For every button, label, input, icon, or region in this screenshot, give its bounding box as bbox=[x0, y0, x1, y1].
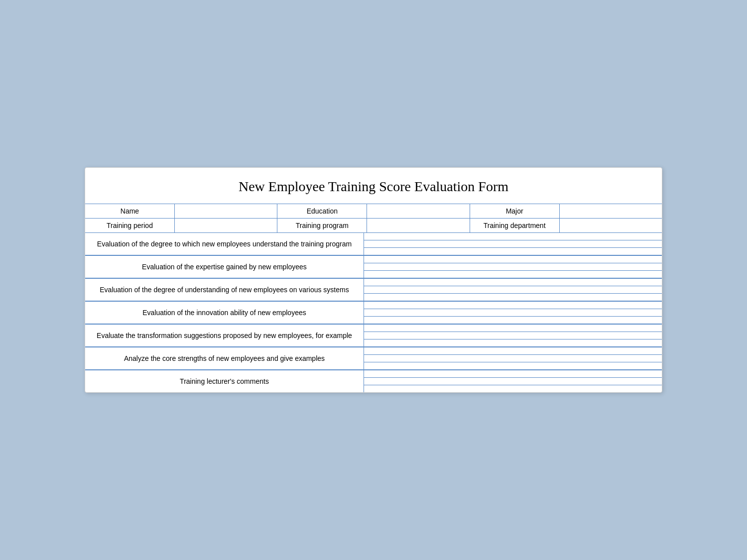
table-row[interactable] bbox=[364, 332, 662, 339]
training-period-label: Training period bbox=[85, 219, 175, 232]
section-lines-3 bbox=[364, 279, 662, 301]
section-row-7: Training lecturer's comments bbox=[85, 370, 662, 392]
section-label-6: Analyze the core strengths of new employ… bbox=[85, 347, 364, 369]
table-row[interactable] bbox=[364, 263, 662, 271]
header-row-2: Training period Training program Trainin… bbox=[85, 219, 662, 233]
form-title: New Employee Training Score Evaluation F… bbox=[85, 168, 662, 204]
table-row[interactable] bbox=[364, 385, 662, 392]
education-value[interactable] bbox=[367, 204, 470, 218]
training-dept-value[interactable] bbox=[560, 219, 662, 232]
form-container: New Employee Training Score Evaluation F… bbox=[85, 167, 662, 393]
table-row[interactable] bbox=[364, 248, 662, 255]
section-label-3: Evaluation of the degree of understandin… bbox=[85, 279, 364, 301]
table-row[interactable] bbox=[364, 240, 662, 248]
table-row[interactable] bbox=[364, 339, 662, 346]
name-value[interactable] bbox=[175, 204, 277, 218]
table-row[interactable] bbox=[364, 256, 662, 263]
table-row[interactable] bbox=[364, 233, 662, 240]
table-row[interactable] bbox=[364, 362, 662, 369]
major-label: Major bbox=[470, 204, 560, 218]
sections-container: Evaluation of the degree to which new em… bbox=[85, 233, 662, 392]
section-label-7: Training lecturer's comments bbox=[85, 370, 364, 392]
table-row[interactable] bbox=[364, 370, 662, 378]
section-lines-1 bbox=[364, 233, 662, 255]
table-row[interactable] bbox=[364, 294, 662, 301]
section-row-2: Evaluation of the expertise gained by ne… bbox=[85, 256, 662, 279]
major-value[interactable] bbox=[560, 204, 662, 218]
section-lines-4 bbox=[364, 302, 662, 324]
section-row-6: Analyze the core strengths of new employ… bbox=[85, 347, 662, 370]
section-row-3: Evaluation of the degree of understandin… bbox=[85, 279, 662, 302]
section-lines-2 bbox=[364, 256, 662, 278]
section-row-5: Evaluate the transformation suggestions … bbox=[85, 325, 662, 347]
section-label-5: Evaluate the transformation suggestions … bbox=[85, 325, 364, 346]
header-row-1: Name Education Major bbox=[85, 204, 662, 219]
training-program-label: Training program bbox=[277, 219, 367, 232]
table-row[interactable] bbox=[364, 317, 662, 324]
section-label-4: Evaluation of the innovation ability of … bbox=[85, 302, 364, 324]
table-row[interactable] bbox=[364, 309, 662, 317]
name-label: Name bbox=[85, 204, 175, 218]
section-lines-7 bbox=[364, 370, 662, 392]
table-row[interactable] bbox=[364, 347, 662, 355]
section-label-1: Evaluation of the degree to which new em… bbox=[85, 233, 364, 255]
section-row-1: Evaluation of the degree to which new em… bbox=[85, 233, 662, 256]
table-row[interactable] bbox=[364, 302, 662, 309]
table-row[interactable] bbox=[364, 279, 662, 286]
table-row[interactable] bbox=[364, 286, 662, 294]
table-row[interactable] bbox=[364, 355, 662, 362]
section-label-2: Evaluation of the expertise gained by ne… bbox=[85, 256, 364, 278]
education-label: Education bbox=[277, 204, 367, 218]
table-row[interactable] bbox=[364, 378, 662, 385]
training-period-value[interactable] bbox=[175, 219, 277, 232]
section-lines-5 bbox=[364, 325, 662, 346]
table-row[interactable] bbox=[364, 325, 662, 332]
section-lines-6 bbox=[364, 347, 662, 369]
section-row-4: Evaluation of the innovation ability of … bbox=[85, 302, 662, 325]
training-program-value[interactable] bbox=[367, 219, 470, 232]
table-row[interactable] bbox=[364, 271, 662, 278]
training-dept-label: Training department bbox=[470, 219, 560, 232]
